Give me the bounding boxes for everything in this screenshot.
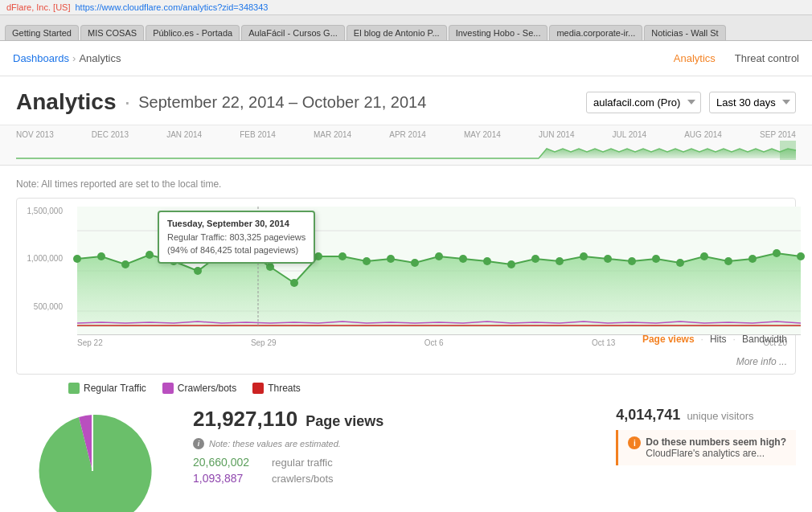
orange-notice: i Do these numbers seem high? CloudFlare… xyxy=(616,430,796,465)
breadcrumb-dashboards-link[interactable]: Dashboards xyxy=(13,52,69,64)
breadcrumb: Dashboards › Analytics xyxy=(13,52,121,64)
legend-label-regular: Regular Traffic xyxy=(84,383,146,394)
legend-dot-crawlers xyxy=(162,383,174,394)
svg-point-22 xyxy=(459,255,467,263)
tab-getting-started[interactable]: Getting Started xyxy=(5,25,79,40)
svg-point-27 xyxy=(580,252,588,260)
timeline-label-dec: DEC 2013 xyxy=(92,130,129,139)
timeline-label-apr: APR 2014 xyxy=(389,130,426,139)
timeline-label-nov: NOV 2013 xyxy=(16,130,54,139)
chart-view-controls: Page views · Hits · Bandwidth xyxy=(642,334,787,345)
chart-tooltip: Tuesday, September 30, 2014 Regular Traf… xyxy=(158,211,315,264)
breadcrumb-current: Analytics xyxy=(79,52,121,64)
crawlers-num: 1,093,887 xyxy=(193,472,265,485)
svg-point-11 xyxy=(194,267,202,275)
svg-point-19 xyxy=(387,255,395,263)
legend-crawlers: Crawlers/bots xyxy=(162,383,236,394)
top-nav-right: Analytics Threat control xyxy=(674,52,799,64)
svg-point-25 xyxy=(531,255,539,263)
breadcrumb-separator: › xyxy=(72,52,76,64)
pie-chart-container xyxy=(16,407,177,512)
page-title-block: Analytics · September 22, 2014 – October… xyxy=(16,89,426,115)
info-icon-estimated: i xyxy=(193,438,204,449)
legend-dot-regular xyxy=(68,383,80,394)
tab-aulafacil[interactable]: AulaFácil - Cursos G... xyxy=(241,25,345,40)
svg-point-31 xyxy=(676,259,684,267)
chart-y-labels: 1,500,000 1,000,000 500,000 xyxy=(17,207,69,350)
regular-traffic-lbl: regular traffic xyxy=(272,457,333,469)
browser-url: https://www.cloudflare.com/analytics?zid… xyxy=(75,2,268,12)
more-info-link[interactable]: More info ... xyxy=(736,356,787,367)
svg-point-21 xyxy=(435,252,443,260)
crawlers-lbl: crawlers/bots xyxy=(272,473,334,485)
x-label-sep22: Sep 22 xyxy=(77,338,103,347)
svg-point-29 xyxy=(628,257,636,265)
company-name: dFlare, Inc. [US] xyxy=(6,2,70,12)
tab-blog-antonio[interactable]: El blog de Antonio P... xyxy=(347,25,447,40)
timeline-label-sep: SEP 2014 xyxy=(760,130,796,139)
tab-publico[interactable]: Público.es - Portada xyxy=(146,25,240,40)
svg-marker-0 xyxy=(16,149,796,158)
tabs-bar: Getting Started MIS COSAS Público.es - P… xyxy=(0,15,812,41)
svg-point-35 xyxy=(773,249,781,257)
legend-label-crawlers: Crawlers/bots xyxy=(178,383,236,394)
svg-point-30 xyxy=(652,255,660,263)
y-label-1000k: 1,000,000 xyxy=(17,254,63,263)
svg-point-32 xyxy=(700,252,708,260)
bottom-section: 21,927,110 Page views i Note: these valu… xyxy=(16,407,796,512)
tab-noticias[interactable]: Noticias - Wall St xyxy=(644,25,725,40)
timeline-label-aug: AUG 2014 xyxy=(684,130,722,139)
tooltip-line1: Regular Traffic: 803,325 pageviews xyxy=(167,231,306,244)
x-label-sep29: Sep 29 xyxy=(251,338,277,347)
period-selector[interactable]: Last 30 days xyxy=(709,92,796,113)
stats-note-text: Note: these values are estimated. xyxy=(209,439,341,449)
nav-threat-control-link[interactable]: Threat control xyxy=(735,52,799,64)
unique-visitors-row: 4,014,741 unique visitors xyxy=(616,407,796,424)
svg-point-33 xyxy=(724,257,732,265)
site-selector[interactable]: aulafacil.com (Pro) xyxy=(586,92,701,113)
stats-main: 21,927,110 Page views xyxy=(193,407,600,432)
top-nav: Dashboards › Analytics Analytics Threat … xyxy=(0,41,812,76)
svg-point-36 xyxy=(797,252,805,260)
tab-media-corporate[interactable]: media.corporate-ir... xyxy=(549,25,642,40)
chart-legend: Regular Traffic Crawlers/bots Threats xyxy=(16,383,796,394)
view-pageviews[interactable]: Page views xyxy=(642,334,695,345)
legend-threats: Threats xyxy=(252,383,301,394)
regular-traffic-num: 20,660,002 xyxy=(193,456,265,469)
stats-block: 21,927,110 Page views i Note: these valu… xyxy=(193,407,600,485)
svg-point-8 xyxy=(121,260,129,268)
timeline-label-mar: MAR 2014 xyxy=(314,130,351,139)
svg-point-24 xyxy=(507,260,515,268)
svg-rect-1 xyxy=(780,141,796,160)
info-icon-notice: i xyxy=(628,436,641,449)
timeline-label-feb: FEB 2014 xyxy=(240,130,275,139)
notice-title: Do these numbers seem high? xyxy=(646,436,786,448)
total-pageviews-number: 21,927,110 xyxy=(193,407,297,432)
view-bandwidth[interactable]: Bandwidth xyxy=(742,334,787,345)
timeline-label-jul: JUL 2014 xyxy=(613,130,646,139)
svg-point-7 xyxy=(97,252,105,260)
unique-visitors-num: 4,014,741 xyxy=(616,407,680,424)
y-label-1500k: 1,500,000 xyxy=(17,207,63,215)
tab-mis-cosas[interactable]: MIS COSAS xyxy=(80,25,144,40)
nav-analytics-link[interactable]: Analytics xyxy=(674,52,716,64)
svg-point-28 xyxy=(604,255,612,263)
svg-point-6 xyxy=(73,255,81,263)
x-label-oct13: Oct 13 xyxy=(592,338,615,347)
page-header: Analytics · September 22, 2014 – October… xyxy=(0,76,812,125)
view-hits[interactable]: Hits xyxy=(710,334,727,345)
page-title: Analytics xyxy=(16,89,117,115)
svg-point-9 xyxy=(146,251,154,259)
total-pageviews-label: Page views xyxy=(306,413,383,430)
stats-rows: 20,660,002 regular traffic 1,093,887 cra… xyxy=(193,456,600,485)
svg-point-34 xyxy=(748,255,757,263)
unique-visitors-lbl: unique visitors xyxy=(687,410,753,422)
legend-dot-threats xyxy=(252,383,264,394)
timeline-label-jun: JUN 2014 xyxy=(539,130,574,139)
tab-investing-hobo[interactable]: Investing Hobo - Se... xyxy=(449,25,548,40)
title-dot: · xyxy=(125,89,131,115)
svg-point-20 xyxy=(411,259,419,267)
svg-point-18 xyxy=(363,257,371,265)
timeline-label-may: MAY 2014 xyxy=(464,130,501,139)
x-label-oct6: Oct 6 xyxy=(424,338,444,347)
